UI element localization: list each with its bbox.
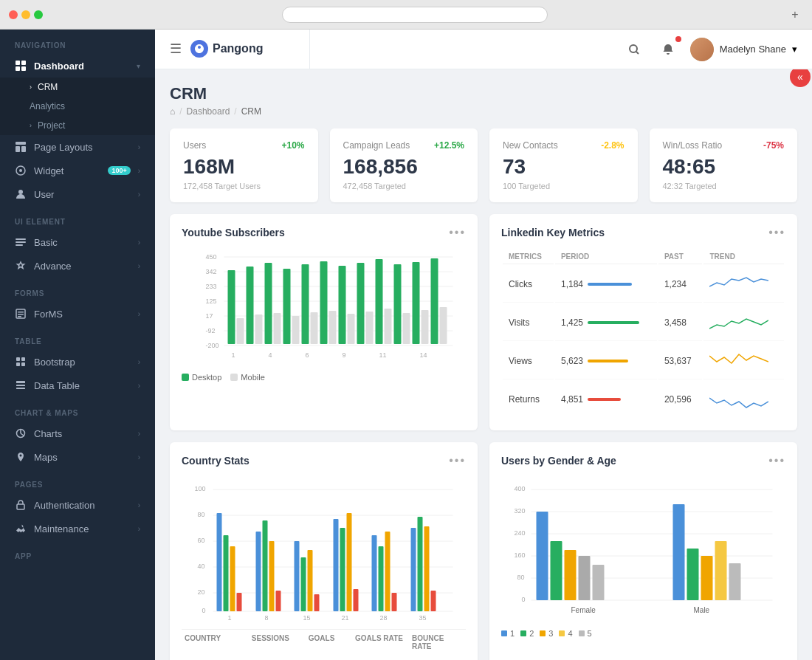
stat-value-leads: 168,856 [343, 155, 465, 179]
new-tab-button[interactable]: + [787, 7, 803, 23]
svg-rect-2 [16, 66, 20, 71]
breadcrumb-dashboard[interactable]: Dashboard [187, 106, 230, 117]
svg-text:320: 320 [515, 507, 526, 515]
svg-rect-41 [228, 270, 235, 344]
stat-card-header-contacts: New Contacts -2.8% [503, 140, 625, 151]
sidebar-item-basic[interactable]: Basic › [0, 230, 155, 254]
footer-bounce-rate: BOUNCE RATE [409, 630, 466, 655]
trend-views [703, 343, 784, 379]
sidebar-item-dashboard[interactable]: Dashboard ▾ [0, 54, 155, 78]
url-input[interactable]: Not Secure — html.codedthemes.com [282, 7, 548, 23]
svg-rect-85 [230, 546, 235, 611]
charts-icon [15, 427, 27, 439]
maximize-dot[interactable] [34, 10, 43, 19]
youtube-chart-menu[interactable]: ••• [449, 226, 466, 239]
close-dot[interactable] [9, 10, 18, 19]
sidebar-sub-project[interactable]: › Project [0, 116, 155, 135]
svg-rect-129 [593, 565, 605, 600]
svg-text:160: 160 [515, 551, 526, 559]
svg-rect-92 [301, 557, 306, 611]
notifications-icon[interactable] [656, 38, 680, 61]
table-section-label: TABLE [0, 326, 155, 350]
project-chevron: › [30, 122, 32, 129]
th-trend: TREND [703, 250, 784, 264]
sidebar-item-maintenance[interactable]: Maintenance › [0, 517, 155, 540]
sidebar-item-advance[interactable]: Advance › [0, 254, 155, 278]
page-layouts-label: Page Layouts [34, 142, 131, 153]
stat-sub-contacts: 100 Targeted [503, 182, 625, 190]
svg-rect-93 [308, 550, 313, 611]
past-visits: 3,458 [658, 304, 703, 341]
sidebar-item-data-table[interactable]: Data Table › [0, 374, 155, 397]
country-chart-menu[interactable]: ••• [449, 454, 466, 467]
country-chart-card: Country Stats ••• 100 80 60 40 20 0 [170, 442, 478, 660]
legend-desktop-label: Desktop [192, 373, 221, 382]
sidebar-sub-analytics[interactable]: Analytics [0, 97, 155, 116]
user-chevron: › [138, 190, 140, 199]
past-views: 53,637 [658, 343, 703, 379]
forms-section-label: FORMS [0, 278, 155, 302]
youtube-chart-title: Youtube Subscribers [182, 227, 285, 238]
collapse-button[interactable]: « [790, 69, 811, 87]
svg-text:-92: -92 [206, 327, 216, 334]
charts-row-2: Country Stats ••• 100 80 60 40 20 0 [170, 442, 797, 660]
svg-text:20: 20 [198, 588, 205, 596]
sidebar-item-widget[interactable]: Widget 100+ › [0, 159, 155, 182]
sidebar-item-forms[interactable]: ForMS › [0, 302, 155, 326]
svg-text:400: 400 [515, 485, 526, 492]
metric-views: Views [503, 343, 554, 379]
svg-text:15: 15 [303, 614, 311, 622]
breadcrumb: ⌂ / Dashboard / CRM [170, 106, 797, 117]
svg-rect-63 [422, 310, 429, 344]
sidebar-item-authentication[interactable]: Authentication › [0, 493, 155, 517]
svg-rect-44 [283, 269, 291, 344]
svg-rect-20 [21, 362, 25, 366]
svg-rect-42 [247, 267, 254, 344]
linkedin-chart-menu[interactable]: ••• [768, 226, 785, 239]
sidebar-item-page-layouts[interactable]: Page Layouts › [0, 135, 155, 159]
svg-rect-54 [255, 314, 263, 344]
user-menu[interactable]: Madelyn Shane ▾ [690, 38, 797, 61]
country-chart-title: Country Stats [182, 455, 250, 467]
page-title: CRM [170, 84, 797, 103]
basic-icon [15, 236, 27, 248]
widget-badge: 100+ [108, 166, 130, 175]
basic-chevron: › [138, 238, 140, 247]
sidebar-item-charts[interactable]: Charts › [0, 422, 155, 445]
sidebar-sub-crm[interactable]: › CRM [0, 78, 155, 97]
breadcrumb-home[interactable]: ⌂ [170, 106, 175, 117]
svg-text:0: 0 [522, 596, 526, 603]
stat-value-contacts: 73 [503, 155, 625, 179]
advance-label: Advance [34, 261, 131, 272]
maps-chevron: › [138, 453, 140, 461]
legend-mobile: Mobile [230, 373, 264, 382]
sidebar-item-user[interactable]: User › [0, 182, 155, 206]
stat-change-ratio: -75% [763, 140, 784, 151]
svg-text:4: 4 [269, 351, 272, 359]
metric-returns: Returns [503, 381, 554, 417]
svg-text:28: 28 [380, 614, 388, 622]
url-bar: Not Secure — html.codedthemes.com [49, 7, 781, 23]
logo-icon [190, 40, 208, 58]
page-layouts-icon [15, 141, 27, 153]
sidebar-item-maps[interactable]: Maps › [0, 445, 155, 469]
svg-rect-106 [431, 591, 436, 611]
svg-rect-130 [673, 504, 685, 600]
svg-text:6: 6 [306, 351, 309, 359]
legend-3-label: 3 [548, 629, 553, 638]
authentication-chevron: › [138, 501, 140, 509]
charts-row-1: Youtube Subscribers ••• 450 342 233 125 … [170, 214, 797, 430]
sidebar-item-bootstrap[interactable]: Bootstrap › [0, 350, 155, 374]
forms-item-label: ForMS [34, 309, 131, 320]
minimize-dot[interactable] [21, 10, 30, 19]
nav-section-label: NAVIGATION [0, 30, 155, 54]
svg-text:125: 125 [206, 298, 217, 305]
topbar: ☰ Pangong [155, 30, 812, 69]
gender-chart-menu[interactable]: ••• [768, 454, 785, 467]
search-icon[interactable] [622, 38, 646, 61]
svg-rect-14 [18, 312, 24, 313]
content-area: « CRM ⌂ / Dashboard / CRM Users +10% [155, 69, 812, 660]
hamburger-icon[interactable]: ☰ [170, 41, 182, 57]
svg-rect-88 [263, 520, 268, 611]
user-label: User [34, 189, 131, 200]
